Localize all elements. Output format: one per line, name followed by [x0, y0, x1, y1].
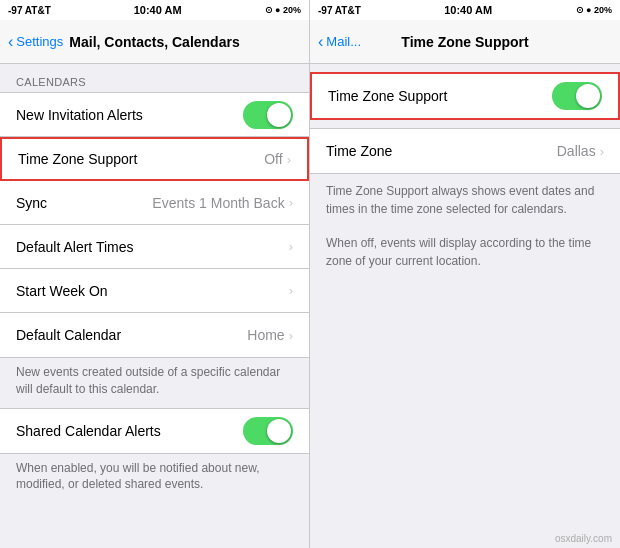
- right-panel: -97 AT&T 10:40 AM ⊙ ● 20% ‹ Mail... Time…: [310, 0, 620, 548]
- back-label-left: Settings: [16, 34, 63, 49]
- settings-group-tz-support: Time Zone Support I: [310, 72, 620, 120]
- helper-text-shared: When enabled, you will be notified about…: [0, 454, 309, 504]
- settings-group-tz: Time Zone Dallas ›: [310, 128, 620, 174]
- label-tz-right: Time Zone: [326, 143, 557, 159]
- chevron-right-icon-tz: ›: [287, 152, 291, 167]
- back-label-right: Mail...: [326, 34, 361, 49]
- label-start-week-on: Start Week On: [16, 283, 289, 299]
- value-sync: Events 1 Month Back: [152, 195, 284, 211]
- chevron-right-icon-dat: ›: [289, 239, 293, 254]
- row-tz-right[interactable]: Time Zone Dallas ›: [310, 129, 620, 173]
- label-tz-support-right: Time Zone Support: [328, 88, 552, 104]
- row-tz-support-right[interactable]: Time Zone Support I: [312, 74, 618, 118]
- toggle-tz-support-right[interactable]: I: [552, 82, 602, 110]
- description-text-1: Time Zone Support always shows event dat…: [310, 174, 620, 226]
- back-button-right[interactable]: ‹ Mail...: [318, 33, 361, 51]
- label-shared-calendar-alerts: Shared Calendar Alerts: [16, 423, 243, 439]
- label-new-invitation-alerts: New Invitation Alerts: [16, 107, 243, 123]
- status-bar-left: -97 AT&T 10:40 AM ⊙ ● 20%: [0, 0, 309, 20]
- label-default-alert-times: Default Alert Times: [16, 239, 289, 255]
- section-label-calendars: CALENDARS: [0, 64, 309, 92]
- back-button-left[interactable]: ‹ Settings: [8, 33, 63, 51]
- description-text-2: When off, events will display according …: [310, 226, 620, 278]
- row-default-alert-times[interactable]: Default Alert Times ›: [0, 225, 309, 269]
- toggle-shared-calendar-alerts[interactable]: I: [243, 417, 293, 445]
- row-default-calendar[interactable]: Default Calendar Home ›: [0, 313, 309, 357]
- value-time-zone-support: Off: [264, 151, 282, 167]
- battery-left: ⊙ ● 20%: [265, 5, 301, 15]
- row-new-invitation-alerts[interactable]: New Invitation Alerts I: [0, 93, 309, 137]
- row-time-zone-support[interactable]: Time Zone Support Off ›: [0, 137, 309, 181]
- row-shared-calendar-alerts[interactable]: Shared Calendar Alerts I: [0, 409, 309, 453]
- value-default-calendar: Home: [247, 327, 284, 343]
- value-tz-right: Dallas: [557, 143, 596, 159]
- label-default-calendar: Default Calendar: [16, 327, 247, 343]
- settings-group-main: New Invitation Alerts I Time Zone Suppor…: [0, 92, 309, 358]
- chevron-right-icon-dc: ›: [289, 328, 293, 343]
- time-left: 10:40 AM: [134, 4, 182, 16]
- carrier-left: -97 AT&T: [8, 5, 51, 16]
- toggle-new-invitation-alerts[interactable]: I: [243, 101, 293, 129]
- row-start-week-on[interactable]: Start Week On ›: [0, 269, 309, 313]
- label-time-zone-support: Time Zone Support: [18, 151, 264, 167]
- chevron-right-icon-sync: ›: [289, 195, 293, 210]
- chevron-right-icon-tz-right: ›: [600, 144, 604, 159]
- helper-text-calendar: New events created outside of a specific…: [0, 358, 309, 408]
- left-panel: -97 AT&T 10:40 AM ⊙ ● 20% ‹ Settings Mai…: [0, 0, 310, 548]
- row-sync[interactable]: Sync Events 1 Month Back ›: [0, 181, 309, 225]
- nav-title-left: Mail, Contacts, Calendars: [69, 34, 239, 50]
- time-right: 10:40 AM: [444, 4, 492, 16]
- settings-group-shared: Shared Calendar Alerts I: [0, 408, 309, 454]
- nav-bar-right: ‹ Mail... Time Zone Support: [310, 20, 620, 64]
- carrier-right: -97 AT&T: [318, 5, 361, 16]
- watermark: osxdaily.com: [555, 533, 612, 544]
- chevron-left-icon: ‹: [8, 33, 13, 51]
- label-sync: Sync: [16, 195, 152, 211]
- battery-right: ⊙ ● 20%: [576, 5, 612, 15]
- chevron-right-icon-swo: ›: [289, 283, 293, 298]
- status-bar-right: -97 AT&T 10:40 AM ⊙ ● 20%: [310, 0, 620, 20]
- nav-bar-left: ‹ Settings Mail, Contacts, Calendars: [0, 20, 309, 64]
- nav-title-right: Time Zone Support: [401, 34, 528, 50]
- chevron-left-icon-right: ‹: [318, 33, 323, 51]
